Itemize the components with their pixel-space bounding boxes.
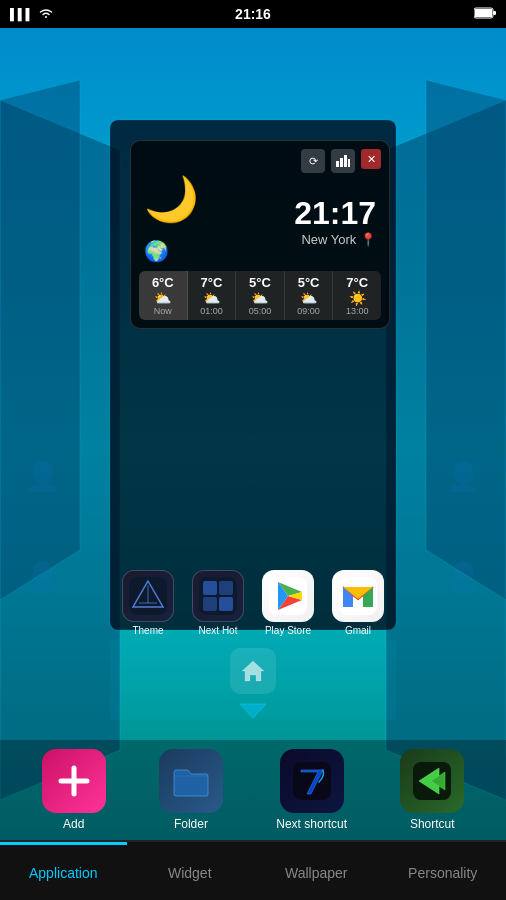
app-icons-row: Theme Next Hot Play Store xyxy=(113,570,393,636)
forecast-3: 5°C ⛅ 09:00 xyxy=(285,271,334,320)
forecast-1: 7°C ⛅ 01:00 xyxy=(188,271,237,320)
tab-application[interactable]: Application xyxy=(0,842,127,900)
shortcut-icon xyxy=(400,749,464,813)
svg-rect-11 xyxy=(344,155,347,167)
svg-rect-18 xyxy=(203,581,217,595)
person-left2-icon: 👤 xyxy=(25,560,60,593)
gmail-icon xyxy=(332,570,384,622)
forecast-current-temp: 6°C xyxy=(141,275,185,290)
weather-widget: ⟳ ✕ 🌙🌍 21:17 New York 📍 6°C ⛅ Now 7°C ⛅ … xyxy=(130,140,390,329)
forecast-2-time: 05:00 xyxy=(238,306,282,316)
app-gmail[interactable]: Gmail xyxy=(332,570,384,636)
weather-forecast: 6°C ⛅ Now 7°C ⛅ 01:00 5°C ⛅ 05:00 5°C ⛅ … xyxy=(139,271,381,320)
person-left-icon: 👤 xyxy=(25,460,60,493)
forecast-3-time: 09:00 xyxy=(287,306,331,316)
folder-icon xyxy=(159,749,223,813)
person-right2-icon: 👤 xyxy=(446,560,481,593)
svg-marker-6 xyxy=(426,80,506,600)
person-right-icon: 👤 xyxy=(446,460,481,493)
theme-label: Theme xyxy=(132,625,163,636)
gmail-label: Gmail xyxy=(345,625,371,636)
svg-rect-21 xyxy=(219,597,233,611)
forecast-1-time: 01:00 xyxy=(190,306,234,316)
nexthot-icon xyxy=(192,570,244,622)
forecast-3-icon: ⛅ xyxy=(287,290,331,306)
dock-folder[interactable]: Folder xyxy=(159,749,223,831)
app-playstore[interactable]: Play Store xyxy=(262,570,314,636)
app-theme[interactable]: Theme xyxy=(122,570,174,636)
weather-info: 21:17 New York 📍 xyxy=(294,195,376,247)
down-arrow-icon xyxy=(238,700,268,725)
weather-time: 21:17 xyxy=(294,195,376,232)
weather-refresh-btn[interactable]: ⟳ xyxy=(301,149,325,173)
weather-city: New York 📍 xyxy=(294,232,376,247)
bottom-dock: Add Folder Next shortcut xyxy=(0,740,506,840)
playstore-label: Play Store xyxy=(265,625,311,636)
weather-moon-icon: 🌙🌍 xyxy=(144,177,199,265)
forecast-4-temp: 7°C xyxy=(335,275,379,290)
bottom-nav: Application Widget Wallpaper Personality xyxy=(0,840,506,900)
dock-shortcut[interactable]: Shortcut xyxy=(400,749,464,831)
home-button-area[interactable] xyxy=(230,648,276,694)
theme-icon xyxy=(122,570,174,622)
tab-wallpaper[interactable]: Wallpaper xyxy=(253,842,380,900)
weather-toolbar: ⟳ ✕ xyxy=(139,149,381,173)
next-shortcut-icon xyxy=(280,749,344,813)
forecast-now: 6°C ⛅ Now xyxy=(139,271,188,320)
weather-close-btn[interactable]: ✕ xyxy=(361,149,381,169)
playstore-icon xyxy=(262,570,314,622)
status-left: ▌▌▌ xyxy=(10,7,54,22)
status-time: 21:16 xyxy=(235,6,271,22)
forecast-4-time: 13:00 xyxy=(335,306,379,316)
svg-rect-1 xyxy=(475,9,492,17)
status-bar: ▌▌▌ 21:16 xyxy=(0,0,506,28)
next-shortcut-label: Next shortcut xyxy=(276,817,347,831)
add-icon xyxy=(42,749,106,813)
svg-rect-10 xyxy=(340,158,343,167)
svg-rect-28 xyxy=(293,762,331,800)
tab-widget[interactable]: Widget xyxy=(127,842,254,900)
weather-chart-btn[interactable] xyxy=(331,149,355,173)
forecast-3-temp: 5°C xyxy=(287,275,331,290)
forecast-2: 5°C ⛅ 05:00 xyxy=(236,271,285,320)
svg-rect-20 xyxy=(203,597,217,611)
svg-rect-2 xyxy=(493,11,496,15)
forecast-2-temp: 5°C xyxy=(238,275,282,290)
svg-rect-12 xyxy=(348,159,350,167)
folder-label: Folder xyxy=(174,817,208,831)
battery-icon xyxy=(474,7,496,21)
svg-marker-4 xyxy=(0,80,80,600)
forecast-current-icon: ⛅ xyxy=(141,290,185,306)
svg-marker-25 xyxy=(240,704,266,718)
svg-rect-19 xyxy=(219,581,233,595)
forecast-2-icon: ⛅ xyxy=(238,290,282,306)
status-right xyxy=(474,7,496,21)
forecast-1-temp: 7°C xyxy=(190,275,234,290)
add-label: Add xyxy=(63,817,84,831)
weather-main: 🌙🌍 21:17 New York 📍 xyxy=(139,177,381,265)
wifi-icon xyxy=(38,7,54,22)
forecast-4-icon: ☀️ xyxy=(335,290,379,306)
app-nexthot[interactable]: Next Hot xyxy=(192,570,244,636)
location-pin-icon: 📍 xyxy=(360,232,376,247)
forecast-1-icon: ⛅ xyxy=(190,290,234,306)
dock-add[interactable]: Add xyxy=(42,749,106,831)
forecast-current-label: Now xyxy=(141,306,185,316)
dock-next-shortcut[interactable]: Next shortcut xyxy=(276,749,347,831)
nexthot-label: Next Hot xyxy=(199,625,238,636)
forecast-4: 7°C ☀️ 13:00 xyxy=(333,271,381,320)
shortcut-label: Shortcut xyxy=(410,817,455,831)
tab-personality[interactable]: Personality xyxy=(380,842,507,900)
svg-rect-9 xyxy=(336,161,339,167)
signal-icon: ▌▌▌ xyxy=(10,8,33,20)
home-icon[interactable] xyxy=(230,648,276,694)
